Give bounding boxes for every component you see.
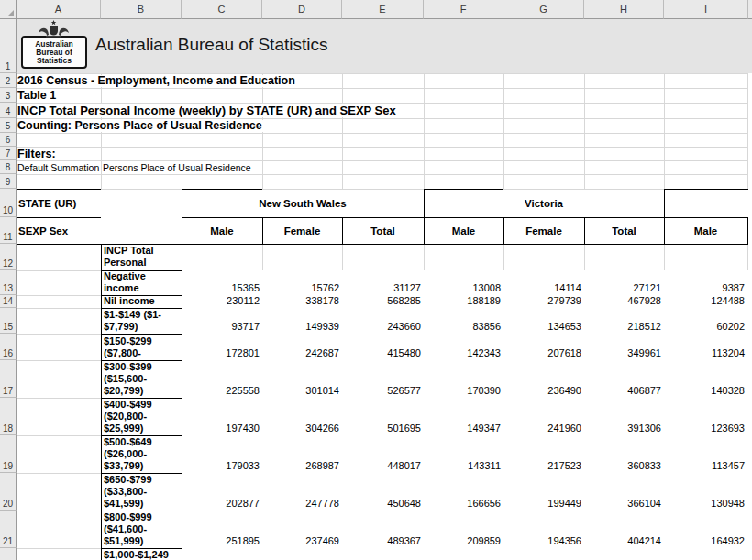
data-cell[interactable]: 113204 — [664, 346, 745, 359]
data-cell[interactable]: 391306 — [584, 422, 661, 434]
data-cell[interactable]: 526577 — [342, 384, 421, 397]
data-cell[interactable]: 113457 — [664, 459, 745, 472]
data-cell[interactable]: 218512 — [584, 320, 661, 333]
data-cell[interactable]: 242687 — [262, 346, 339, 359]
data-cell[interactable]: 197430 — [182, 422, 260, 434]
cell-title-subject[interactable]: INCP Total Personal Income (weekly) by S… — [17, 104, 399, 117]
column-header-cell-B[interactable]: B — [101, 0, 182, 19]
data-cell[interactable]: 31127 — [342, 281, 421, 294]
data-cell[interactable]: 209859 — [424, 534, 501, 547]
row-header-cell-3[interactable]: 3 — [0, 88, 17, 103]
data-cell[interactable]: 149347 — [424, 422, 501, 434]
sex-column-header[interactable]: Male — [182, 217, 262, 244]
data-cell[interactable]: 415480 — [342, 346, 421, 359]
data-cell[interactable]: 130948 — [664, 497, 745, 510]
data-cell[interactable]: 230112 — [182, 294, 260, 307]
data-cell[interactable]: 241960 — [503, 422, 581, 434]
row-header-cell-9[interactable]: 9 — [0, 174, 17, 189]
row-header-cell-17[interactable]: 17 — [0, 360, 17, 398]
data-cell[interactable]: 366104 — [584, 497, 661, 510]
data-cell[interactable]: 179033 — [182, 459, 260, 472]
state-group-header[interactable]: New South Wales — [182, 189, 424, 217]
row-header-cell-15[interactable]: 15 — [0, 308, 17, 334]
column-header-cell-C[interactable]: C — [182, 0, 262, 19]
row-header-cell-13[interactable]: 13 — [0, 270, 17, 295]
row-header-cell-14[interactable]: 14 — [0, 295, 17, 308]
data-cell[interactable]: 304266 — [262, 422, 339, 434]
data-cell[interactable]: 172801 — [182, 346, 260, 359]
row-header-cell-1[interactable]: 1 — [0, 19, 17, 73]
data-cell[interactable]: 268987 — [262, 459, 339, 472]
sex-column-header[interactable]: Total — [342, 217, 424, 244]
data-cell[interactable]: 27121 — [584, 281, 661, 294]
state-group-header[interactable]: Victoria — [424, 189, 664, 217]
income-label-cell[interactable]: $400-$499($20,800-$25,999) — [102, 399, 181, 434]
data-cell[interactable]: 450648 — [342, 497, 421, 510]
data-cell[interactable]: 9387 — [664, 281, 745, 294]
state-group-header[interactable] — [664, 189, 748, 217]
data-cell[interactable]: 251895 — [182, 534, 260, 547]
column-header-cell-D[interactable]: D — [262, 0, 342, 19]
data-cell[interactable]: 360833 — [584, 459, 661, 472]
data-cell[interactable]: 489367 — [342, 534, 421, 547]
income-label-cell[interactable]: Negativeincome — [102, 270, 181, 294]
income-label-cell[interactable]: $650-$799($33,800-$41,599) — [102, 474, 181, 510]
cell-title-table-number[interactable]: Table 1 — [17, 90, 59, 102]
data-cell[interactable]: 247778 — [262, 497, 339, 510]
sex-column-header[interactable]: Male — [664, 217, 747, 244]
select-all-button[interactable] — [0, 0, 17, 19]
data-cell[interactable]: 93717 — [182, 320, 260, 333]
income-label-cell[interactable]: $1,000-$1,249 — [102, 549, 181, 560]
sex-column-header[interactable]: Female — [503, 217, 584, 244]
row-header-cell-10[interactable]: 10 — [0, 189, 17, 217]
data-cell[interactable]: 60202 — [664, 320, 745, 333]
data-cell[interactable]: 83856 — [424, 320, 501, 333]
row-header-cell-5[interactable]: 5 — [0, 118, 17, 133]
data-cell[interactable]: 124488 — [664, 294, 745, 307]
data-cell[interactable]: 467928 — [584, 294, 661, 307]
row-header-cell-2[interactable]: 2 — [0, 73, 17, 88]
data-cell[interactable]: 123693 — [664, 422, 745, 434]
data-cell[interactable]: 164932 — [664, 534, 745, 547]
income-label-cell[interactable]: $300-$399($15,600-$20,799) — [102, 361, 181, 397]
income-dimension-cell[interactable]: INCP Total Personal — [102, 245, 181, 270]
income-label-cell[interactable]: $150-$299($7,800- — [102, 335, 181, 359]
data-cell[interactable]: 338178 — [262, 294, 339, 307]
data-cell[interactable]: 279739 — [503, 294, 581, 307]
row-header-cell-19[interactable]: 19 — [0, 435, 17, 473]
data-cell[interactable]: 188189 — [424, 294, 501, 307]
data-cell[interactable]: 236490 — [503, 384, 581, 397]
column-header-cell-E[interactable]: E — [342, 0, 424, 19]
row-header-cell-12[interactable]: 12 — [0, 244, 17, 270]
data-cell[interactable]: 243660 — [342, 320, 421, 333]
data-cell[interactable]: 199449 — [503, 497, 581, 510]
data-cell[interactable]: 15762 — [262, 281, 339, 294]
data-cell[interactable]: 14114 — [503, 281, 581, 294]
data-cell[interactable]: 202877 — [182, 497, 260, 510]
data-cell[interactable]: 406877 — [584, 384, 661, 397]
sex-column-header[interactable]: Female — [262, 217, 342, 244]
column-header-cell-A[interactable]: A — [17, 0, 101, 19]
cell-title-counting[interactable]: Counting: Persons Place of Usual Residen… — [17, 120, 265, 132]
column-header-cell-H[interactable]: H — [584, 0, 664, 19]
sex-column-header[interactable]: Male — [424, 217, 503, 244]
sex-dimension-label[interactable]: SEXP Sex — [17, 217, 101, 244]
data-cell[interactable]: 217523 — [503, 459, 581, 472]
data-cell[interactable]: 149939 — [262, 320, 339, 333]
row-header-cell-18[interactable]: 18 — [0, 398, 17, 435]
data-cell[interactable]: 501695 — [342, 422, 421, 434]
data-cell[interactable]: 448017 — [342, 459, 421, 472]
income-label-cell[interactable]: $500-$649($26,000-$33,799) — [102, 436, 181, 472]
column-header-cell-I[interactable]: I — [664, 0, 748, 19]
row-header-cell-6[interactable]: 6 — [0, 133, 17, 147]
cell-filters-label[interactable]: Filters: — [17, 148, 59, 160]
data-cell[interactable]: 194356 — [503, 534, 581, 547]
sex-column-header[interactable]: Total — [584, 217, 664, 244]
data-cell[interactable]: 170390 — [424, 384, 501, 397]
data-cell[interactable]: 143311 — [424, 459, 501, 472]
data-cell[interactable]: 404214 — [584, 534, 661, 547]
column-header-cell-F[interactable]: F — [424, 0, 503, 19]
cell-default-summation-label[interactable]: Default Summation — [17, 162, 100, 173]
data-cell[interactable]: 301014 — [262, 384, 339, 397]
data-cell[interactable]: 207618 — [503, 346, 581, 359]
